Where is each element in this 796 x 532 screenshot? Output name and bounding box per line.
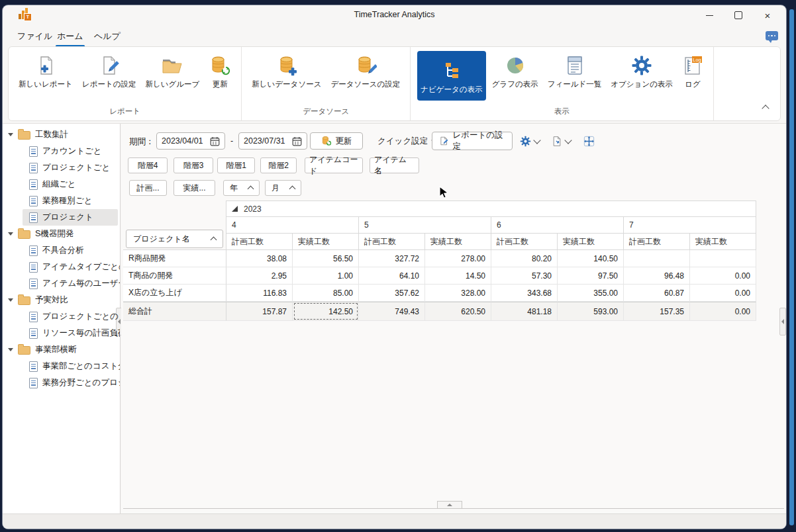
settings-dropdown[interactable]: [520, 132, 540, 150]
data-cell[interactable]: 0.00: [690, 302, 756, 321]
data-cell[interactable]: 80.20: [491, 250, 558, 267]
tree-report-selected[interactable]: プロジェクト: [3, 209, 121, 226]
selected-data-cell[interactable]: 142.50: [293, 302, 359, 321]
row-field-chip[interactable]: プロジェクト名: [126, 230, 223, 248]
month-sort-chip[interactable]: 月: [265, 180, 301, 196]
calendar-icon[interactable]: [292, 136, 302, 146]
menu-home[interactable]: ホーム: [53, 28, 87, 45]
calendar-icon[interactable]: [210, 136, 220, 146]
month-header[interactable]: 7: [624, 217, 756, 234]
show-options-button[interactable]: オプションの表示: [607, 51, 676, 91]
date-from-input[interactable]: 2023/04/01: [156, 132, 225, 150]
expand-arrow-icon[interactable]: [8, 348, 13, 351]
data-cell[interactable]: 96.48: [624, 267, 690, 285]
data-cell[interactable]: 56.50: [293, 250, 359, 267]
new-group-button[interactable]: 新しいグループ: [142, 51, 203, 91]
data-cell[interactable]: 343.68: [491, 285, 558, 302]
tree-report[interactable]: 業務種別ごと: [3, 193, 121, 209]
export-dropdown[interactable]: [552, 132, 571, 150]
measure-chip[interactable]: 計画...: [129, 180, 167, 196]
datasource-settings-button[interactable]: データソースの設定: [327, 51, 403, 91]
year-group-header[interactable]: 2023: [226, 200, 756, 217]
data-cell[interactable]: 749.43: [359, 302, 425, 321]
total-row-header[interactable]: 総合計: [123, 302, 226, 321]
data-cell[interactable]: 278.00: [425, 250, 491, 267]
measure-header[interactable]: 実績工数: [293, 234, 359, 250]
report-settings-button[interactable]: レポートの設定: [79, 51, 140, 91]
data-cell[interactable]: 64.10: [359, 267, 425, 285]
data-cell[interactable]: 97.50: [558, 267, 624, 285]
data-cell[interactable]: [690, 250, 756, 267]
date-to-input[interactable]: 2023/07/31: [238, 132, 307, 150]
minimize-button[interactable]: [695, 5, 724, 25]
row-header[interactable]: T商品の開発: [123, 267, 226, 285]
data-cell[interactable]: 157.35: [624, 302, 690, 321]
data-cell[interactable]: 2.95: [226, 267, 293, 285]
right-panel-handle[interactable]: [779, 308, 786, 335]
tree-report[interactable]: 事業部ごとのコスト分析: [3, 358, 121, 375]
tree-report[interactable]: アイテムタイプごとの予実管: [3, 259, 121, 275]
fit-view-button[interactable]: [583, 132, 595, 150]
show-navigator-button[interactable]: ナビゲータの表示: [417, 51, 485, 101]
tree-report[interactable]: リソース毎の計画負荷状: [3, 325, 121, 341]
field-list-button[interactable]: フィールド一覧: [544, 51, 605, 91]
tree-report[interactable]: プロジェクトごとのコスト: [3, 308, 121, 325]
month-header[interactable]: 5: [359, 217, 491, 234]
data-cell[interactable]: 328.00: [425, 285, 491, 302]
log-button[interactable]: Log ログ: [679, 51, 707, 91]
data-cell[interactable]: 481.18: [491, 302, 558, 321]
measure-header[interactable]: 計画工数: [491, 234, 558, 250]
data-cell[interactable]: 116.83: [226, 285, 293, 302]
field-chip[interactable]: アイテム名: [370, 157, 419, 173]
panel-collapse-button[interactable]: [437, 501, 462, 509]
data-cell[interactable]: 1.00: [293, 267, 359, 285]
refresh-button[interactable]: 更新: [205, 51, 234, 91]
measure-header[interactable]: 計画工数: [624, 234, 690, 250]
data-cell[interactable]: 60.87: [624, 285, 690, 302]
field-chip[interactable]: 階層1: [217, 157, 255, 173]
field-chip[interactable]: アイテムコード: [305, 157, 363, 173]
new-report-button[interactable]: 新しいレポート: [15, 51, 76, 91]
tree-report[interactable]: プロジェクトごと: [3, 159, 121, 176]
show-chart-button[interactable]: グラフの表示: [489, 51, 542, 91]
expand-arrow-icon[interactable]: [8, 232, 13, 236]
measure-header[interactable]: 実績工数: [425, 234, 491, 250]
tree-folder[interactable]: S機器開発: [3, 226, 121, 242]
new-datasource-button[interactable]: 新しいデータソース: [248, 51, 324, 91]
tree-folder[interactable]: 工数集計: [3, 126, 121, 143]
expand-arrow-icon[interactable]: [8, 133, 13, 136]
field-chip[interactable]: 階層2: [260, 157, 297, 173]
data-cell[interactable]: 157.87: [226, 302, 293, 321]
tree-folder[interactable]: 予実対比: [3, 292, 121, 308]
data-cell[interactable]: 57.30: [491, 267, 558, 285]
data-cell[interactable]: 14.50: [425, 267, 491, 285]
tree-report[interactable]: 不具合分析: [3, 242, 121, 259]
data-cell[interactable]: 357.62: [359, 285, 425, 302]
collapse-year-icon[interactable]: [232, 206, 238, 212]
data-cell[interactable]: 38.08: [226, 250, 293, 267]
data-cell[interactable]: 620.50: [425, 302, 491, 321]
data-cell[interactable]: [624, 250, 690, 267]
ribbon-collapse-button[interactable]: [763, 102, 768, 114]
data-cell[interactable]: 355.00: [558, 285, 624, 302]
quick-settings-dropdown[interactable]: クイック設定: [377, 132, 438, 150]
data-cell[interactable]: 0.00: [690, 267, 756, 285]
field-chip[interactable]: 階層4: [128, 157, 168, 173]
month-header[interactable]: 4: [226, 217, 359, 234]
refresh-data-button[interactable]: 更新: [310, 132, 363, 150]
data-cell[interactable]: 327.72: [359, 250, 425, 267]
expand-arrow-icon[interactable]: [8, 298, 13, 302]
row-header[interactable]: R商品開発: [123, 250, 226, 267]
maximize-button[interactable]: [724, 5, 753, 25]
tree-report[interactable]: アカウントごと: [3, 143, 121, 159]
measure-header[interactable]: 計画工数: [226, 234, 293, 250]
row-header[interactable]: X店の立ち上げ: [123, 285, 226, 302]
data-cell[interactable]: 85.00: [293, 285, 359, 302]
year-sort-chip[interactable]: 年: [223, 180, 260, 196]
tree-report[interactable]: アイテム毎のユーザーの予: [3, 275, 121, 292]
close-button[interactable]: ×: [753, 5, 782, 25]
month-header[interactable]: 6: [491, 217, 624, 234]
data-cell[interactable]: 0.00: [690, 285, 756, 302]
measure-header[interactable]: 実績工数: [690, 234, 756, 250]
measure-header[interactable]: 計画工数: [359, 234, 425, 250]
